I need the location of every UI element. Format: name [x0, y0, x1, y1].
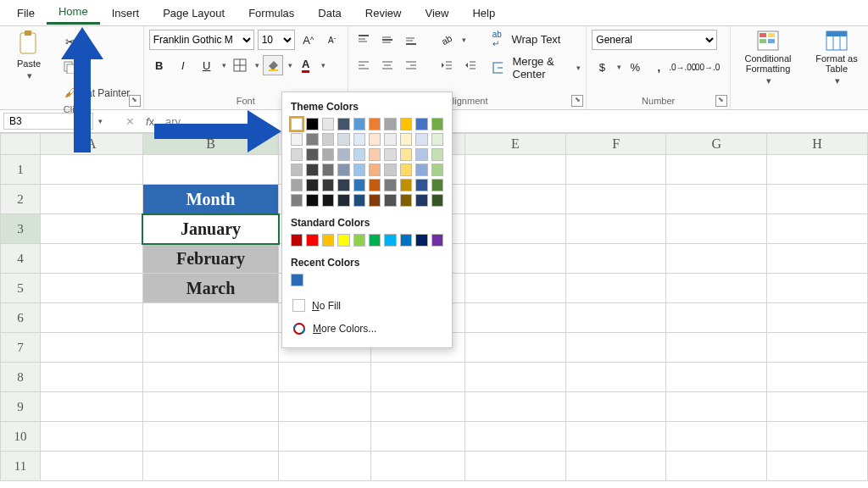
color-swatch[interactable]	[322, 234, 334, 247]
format-as-table-button[interactable]: Format as Table▾	[810, 30, 863, 86]
color-swatch[interactable]	[322, 133, 334, 146]
color-swatch[interactable]	[384, 148, 396, 161]
align-center-button[interactable]	[377, 55, 398, 75]
color-swatch[interactable]	[353, 148, 365, 161]
percent-format-button[interactable]: %	[625, 57, 645, 77]
color-swatch[interactable]	[400, 133, 412, 146]
menu-data[interactable]: Data	[306, 3, 353, 24]
color-swatch[interactable]	[431, 194, 443, 207]
row-header-11[interactable]: 11	[1, 452, 41, 481]
color-swatch[interactable]	[415, 148, 427, 161]
row-header-10[interactable]: 10	[1, 422, 41, 452]
comma-format-button[interactable]: ,	[648, 57, 669, 77]
color-swatch[interactable]	[384, 164, 396, 176]
color-swatch[interactable]	[431, 118, 443, 130]
number-dialog-launcher[interactable]: ⬊	[715, 95, 727, 107]
color-swatch[interactable]	[415, 194, 427, 207]
conditional-formatting-button[interactable]: Conditional Formatting▾	[736, 30, 800, 86]
color-swatch[interactable]	[369, 118, 381, 130]
decrease-font-button[interactable]: Aˇ	[322, 30, 342, 50]
row-header-8[interactable]: 8	[1, 363, 41, 392]
increase-font-button[interactable]: A^	[298, 30, 319, 50]
decrease-decimal-button[interactable]: .00→.0	[696, 57, 716, 77]
col-header-F[interactable]: F	[565, 134, 666, 155]
align-middle-button[interactable]	[377, 30, 398, 50]
color-swatch[interactable]	[353, 179, 365, 191]
color-swatch[interactable]	[322, 179, 334, 191]
align-right-button[interactable]	[401, 55, 421, 75]
color-swatch[interactable]	[306, 118, 318, 130]
color-swatch[interactable]	[353, 164, 365, 176]
font-name-select[interactable]: Franklin Gothic M	[149, 30, 254, 50]
color-swatch[interactable]	[384, 133, 396, 146]
row-header-4[interactable]: 4	[1, 244, 41, 274]
color-swatch[interactable]	[337, 194, 349, 207]
orientation-button[interactable]: ab	[437, 30, 457, 50]
align-top-button[interactable]	[353, 30, 374, 50]
color-swatch[interactable]	[337, 164, 349, 176]
color-swatch[interactable]	[415, 164, 427, 176]
color-swatch[interactable]	[400, 179, 412, 191]
color-swatch[interactable]	[337, 148, 349, 161]
select-all-corner[interactable]	[1, 134, 41, 155]
paste-button[interactable]: Paste▾	[5, 30, 53, 80]
clipboard-dialog-launcher[interactable]: ⬊	[129, 95, 141, 107]
color-swatch[interactable]	[291, 179, 303, 191]
cell-B4[interactable]: February	[142, 244, 279, 274]
menu-help[interactable]: Help	[460, 3, 507, 24]
color-swatch[interactable]	[431, 234, 443, 247]
underline-button[interactable]: U	[197, 55, 217, 75]
color-swatch[interactable]	[306, 234, 318, 247]
color-swatch[interactable]	[322, 148, 334, 161]
color-swatch[interactable]	[415, 179, 427, 191]
color-swatch[interactable]	[306, 179, 318, 191]
color-swatch[interactable]	[384, 179, 396, 191]
number-format-select[interactable]: General	[592, 30, 717, 50]
borders-button[interactable]	[230, 55, 250, 75]
color-swatch[interactable]	[291, 133, 303, 146]
row-header-9[interactable]: 9	[1, 392, 41, 422]
row-header-6[interactable]: 6	[1, 303, 41, 333]
color-swatch[interactable]	[369, 148, 381, 161]
color-swatch[interactable]	[353, 133, 365, 146]
increase-decimal-button[interactable]: .0→.00	[672, 57, 693, 77]
menu-insert[interactable]: Insert	[100, 3, 152, 24]
menu-view[interactable]: View	[413, 3, 460, 24]
color-swatch[interactable]	[306, 133, 318, 146]
col-header-G[interactable]: G	[666, 134, 767, 155]
col-header-E[interactable]: E	[465, 134, 566, 155]
align-left-button[interactable]	[353, 55, 374, 75]
color-swatch[interactable]	[322, 164, 334, 176]
color-swatch[interactable]	[415, 118, 427, 130]
color-swatch[interactable]	[353, 118, 365, 130]
color-swatch[interactable]	[337, 179, 349, 191]
color-swatch[interactable]	[306, 148, 318, 161]
row-header-5[interactable]: 5	[1, 274, 41, 303]
alignment-dialog-launcher[interactable]: ⬊	[571, 95, 583, 107]
menu-formulas[interactable]: Formulas	[236, 3, 306, 24]
color-swatch[interactable]	[431, 148, 443, 161]
fill-color-button[interactable]	[263, 55, 283, 75]
menu-page-layout[interactable]: Page Layout	[151, 3, 236, 24]
color-swatch[interactable]	[291, 274, 303, 286]
color-swatch[interactable]	[400, 164, 412, 176]
italic-button[interactable]: I	[173, 55, 193, 75]
color-swatch[interactable]	[431, 179, 443, 191]
color-swatch[interactable]	[337, 133, 349, 146]
color-swatch[interactable]	[369, 234, 381, 247]
color-swatch[interactable]	[322, 118, 334, 130]
menu-review[interactable]: Review	[353, 3, 414, 24]
color-swatch[interactable]	[369, 179, 381, 191]
color-swatch[interactable]	[353, 194, 365, 207]
color-swatch[interactable]	[306, 194, 318, 207]
font-size-select[interactable]: 10	[258, 30, 295, 50]
color-swatch[interactable]	[415, 234, 427, 247]
color-swatch[interactable]	[400, 148, 412, 161]
color-swatch[interactable]	[291, 164, 303, 176]
color-swatch[interactable]	[337, 118, 349, 130]
color-swatch[interactable]	[291, 118, 303, 130]
cancel-formula-icon[interactable]: ✕	[120, 115, 140, 128]
row-header-7[interactable]: 7	[1, 333, 41, 363]
color-swatch[interactable]	[415, 133, 427, 146]
decrease-indent-button[interactable]	[437, 55, 457, 75]
